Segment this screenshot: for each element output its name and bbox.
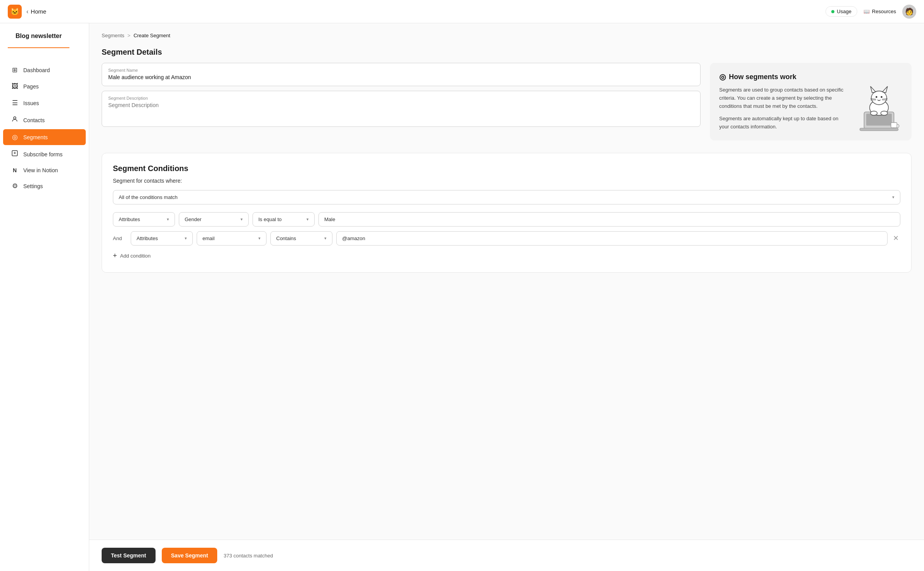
svg-point-17 [870, 111, 877, 115]
resources-label: Resources [872, 9, 896, 14]
back-button[interactable]: ‹ Home [26, 8, 46, 15]
conditions-rows: Attributes ▾ Gender ▾ Is equal to ▾ [113, 212, 900, 246]
sidebar-label-dashboard: Dashboard [23, 67, 50, 73]
sidebar-item-issues[interactable]: ☰ Issues [3, 95, 86, 111]
field-dropdown-1[interactable]: Gender ▾ [179, 212, 249, 227]
issues-icon: ☰ [11, 99, 19, 107]
svg-point-12 [881, 96, 882, 98]
test-segment-button[interactable]: Test Segment [102, 548, 156, 563]
settings-icon: ⚙ [11, 182, 19, 190]
add-condition-label: Add condition [120, 253, 151, 259]
sidebar-item-settings[interactable]: ⚙ Settings [3, 178, 86, 194]
segment-details-title: Segment Details [102, 48, 912, 57]
sidebar-label-contacts: Contacts [23, 117, 45, 123]
svg-point-18 [881, 111, 888, 115]
attr-dropdown-1[interactable]: Attributes ▾ [113, 212, 175, 227]
breadcrumb-current: Create Segment [133, 33, 170, 38]
top-nav: 🐱 ‹ Home Usage 📖 Resources 🧑 [0, 0, 924, 23]
usage-button[interactable]: Usage [825, 6, 857, 17]
field-dropdown-2[interactable]: email ▾ [197, 231, 266, 246]
sidebar-item-segments[interactable]: ◎ Segments [3, 129, 86, 145]
condition-label-1: Is equal to [258, 216, 282, 222]
conditions-title: Segment Conditions [113, 164, 900, 173]
match-label: All of the conditions match [119, 194, 178, 200]
usage-status-dot [831, 10, 834, 13]
details-row: Segment Name Segment Description ◎ How s… [102, 63, 912, 140]
sidebar-label-settings: Settings [23, 183, 43, 189]
sidebar-item-contacts[interactable]: Contacts [3, 112, 86, 128]
sidebar-title-wrap: Blog newsletter [0, 33, 89, 62]
svg-rect-6 [860, 128, 898, 131]
attr-dropdown-2[interactable]: Attributes ▾ [131, 231, 193, 246]
condition-dropdown-1[interactable]: Is equal to ▾ [253, 212, 315, 227]
how-segments-card: ◎ How segments work Segments are used to… [710, 63, 912, 140]
segment-name-input[interactable] [108, 74, 694, 80]
sidebar-item-dashboard[interactable]: ⊞ Dashboard [3, 62, 86, 78]
condition-value-1[interactable] [318, 212, 900, 227]
sidebar-label-notion: View in Notion [23, 167, 58, 173]
svg-marker-9 [870, 86, 876, 93]
attr-chevron-1: ▾ [167, 217, 169, 222]
save-segment-button[interactable]: Save Segment [162, 548, 218, 563]
remove-condition-2[interactable]: ✕ [891, 232, 900, 244]
plus-icon: + [113, 252, 117, 260]
condition-chevron-1: ▾ [306, 217, 309, 222]
sidebar-item-subscribe-forms[interactable]: Subscribe forms [3, 146, 86, 163]
svg-point-0 [14, 117, 16, 119]
match-select-wrap: All of the conditions match ▾ [113, 190, 900, 204]
breadcrumb-parent[interactable]: Segments [102, 33, 125, 38]
notion-icon: N [11, 167, 19, 173]
field-chevron-2: ▾ [258, 236, 261, 241]
breadcrumb-separator: > [128, 33, 131, 38]
condition-dropdown-2[interactable]: Contains ▾ [270, 231, 332, 246]
svg-point-8 [871, 91, 887, 105]
app-layout: Blog newsletter ⊞ Dashboard 🖼 Pages ☰ Is… [0, 23, 924, 571]
segment-desc-field[interactable]: Segment Description [102, 91, 701, 127]
sidebar-item-pages[interactable]: 🖼 Pages [3, 79, 86, 94]
attr-label-2: Attributes [137, 235, 158, 241]
pages-icon: 🖼 [11, 83, 19, 90]
info-para1: Segments are used to group contacts base… [719, 86, 850, 110]
logo-icon: 🐱 [8, 5, 22, 19]
segment-name-label: Segment Name [108, 68, 694, 73]
sidebar-label-segments: Segments [23, 134, 48, 140]
breadcrumb: Segments > Create Segment [102, 33, 912, 38]
info-card-body: Segments are used to group contacts base… [719, 86, 850, 131]
info-title-label: How segments work [729, 73, 796, 81]
home-label: Home [31, 8, 46, 15]
attr-label-1: Attributes [119, 216, 140, 222]
sidebar-label-subscribe-forms: Subscribe forms [23, 151, 62, 157]
sidebar-nav: ⊞ Dashboard 🖼 Pages ☰ Issues Contacts ◎ … [0, 62, 89, 194]
sidebar-label-issues: Issues [23, 100, 39, 106]
nav-left: 🐱 ‹ Home [8, 5, 46, 19]
svg-point-11 [876, 96, 877, 98]
main-content: Segments > Create Segment Segment Detail… [89, 23, 924, 540]
cat-illustration [856, 72, 902, 131]
footer-actions: Test Segment Save Segment 373 contacts m… [89, 540, 924, 571]
condition-value-2[interactable] [336, 231, 888, 246]
match-dropdown[interactable]: All of the conditions match ▾ [113, 190, 900, 204]
info-para2: Segments are automatically kept up to da… [719, 115, 850, 131]
conditions-subtitle: Segment for contacts where: [113, 178, 900, 184]
avatar[interactable]: 🧑 [902, 5, 916, 19]
condition-chevron-2: ▾ [324, 236, 327, 241]
info-card-text: ◎ How segments work Segments are used to… [719, 72, 850, 131]
nav-right: Usage 📖 Resources 🧑 [825, 5, 916, 19]
details-left: Segment Name Segment Description [102, 63, 701, 140]
conditions-section: Segment Conditions Segment for contacts … [102, 153, 912, 273]
contacts-icon [11, 116, 19, 125]
segment-desc-label: Segment Description [108, 96, 694, 100]
condition-label-2: Contains [276, 235, 296, 241]
condition-row-2: And Attributes ▾ email ▾ Contains ▾ [113, 231, 900, 246]
resources-button[interactable]: 📖 Resources [863, 9, 896, 14]
subscribe-forms-icon [11, 150, 19, 159]
sidebar-item-view-in-notion[interactable]: N View in Notion [3, 163, 86, 177]
segment-name-field[interactable]: Segment Name [102, 63, 701, 86]
back-arrow-icon: ‹ [26, 8, 28, 15]
add-condition-button[interactable]: + Add condition [113, 250, 151, 261]
info-card-title: ◎ How segments work [719, 72, 850, 81]
condition-row-1: Attributes ▾ Gender ▾ Is equal to ▾ [113, 212, 900, 227]
segment-desc-input[interactable] [108, 102, 694, 121]
sidebar: Blog newsletter ⊞ Dashboard 🖼 Pages ☰ Is… [0, 23, 89, 571]
contacts-matched: 373 contacts matched [223, 553, 273, 559]
